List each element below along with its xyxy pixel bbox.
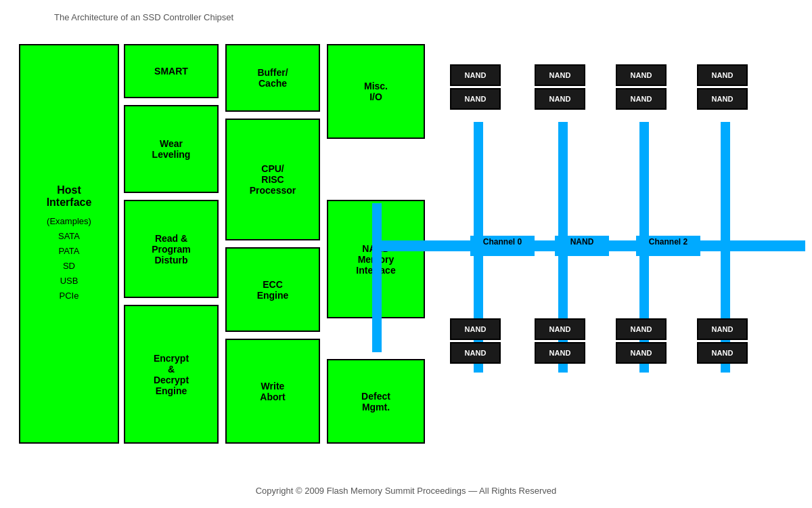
nand-chip-r1c1b: NAND (450, 88, 501, 110)
nand-chip-r2c1b: NAND (450, 342, 501, 364)
nand-chip-r1c4t: NAND (697, 64, 748, 86)
nand-chip-r2c2t: NAND (535, 318, 585, 340)
defect-mgmt-box: Defect Mgmt. (327, 359, 425, 444)
nand-chip-r1c1t: NAND (450, 64, 501, 86)
wear-leveling-box: Wear Leveling (124, 105, 219, 193)
vert-line-col1-top (474, 122, 483, 244)
bus-horiz-connect (372, 240, 430, 251)
ecc-engine-box: ECC Engine (225, 247, 320, 332)
host-interface-subtitle: (Examples)SATAPATASDUSBPCIe (47, 214, 92, 304)
nand-chip-r2c4t: NAND (697, 318, 748, 340)
diagram-container: The Architecture of an SSD Controller Ch… (0, 0, 812, 508)
nand-chip-r1c3b: NAND (616, 88, 667, 110)
encrypt-decrypt-box: Encrypt & Decrypt Engine (124, 305, 219, 444)
bottom-label: Copyright © 2009 Flash Memory Summit Pro… (256, 486, 557, 496)
smart-box: SMART (124, 44, 219, 98)
host-interface-title: HostInterface (47, 184, 92, 209)
misc-io-box: Misc. I/O (327, 44, 425, 139)
read-program-box: Read & Program Disturb (124, 200, 219, 298)
nand-chip-r2c3b: NAND (616, 342, 667, 364)
nand-connect-line (372, 203, 382, 352)
nand-chip-r2c1t: NAND (450, 318, 501, 340)
vert-line-col3-top (639, 122, 649, 244)
vert-line-col4-top (721, 122, 730, 244)
nand-chip-r1c2t: NAND (535, 64, 585, 86)
nand-chip-r1c2b: NAND (535, 88, 585, 110)
cpu-risc-box: CPU/ RISC Processor (225, 119, 320, 240)
top-label: The Architecture of an SSD Controller Ch… (54, 12, 233, 22)
host-interface-box: HostInterface (Examples)SATAPATASDUSBPCI… (19, 44, 119, 444)
vert-line-col2-top (558, 122, 568, 244)
nand-chip-r2c4b: NAND (697, 342, 748, 364)
buffer-cache-box: Buffer/ Cache (225, 44, 320, 112)
nand-chip-r2c2b: NAND (535, 342, 585, 364)
write-abort-box: Write Abort (225, 339, 320, 444)
nand-chip-r1c3t: NAND (616, 64, 667, 86)
nand-chip-r1c4b: NAND (697, 88, 748, 110)
nand-chip-r2c3t: NAND (616, 318, 667, 340)
